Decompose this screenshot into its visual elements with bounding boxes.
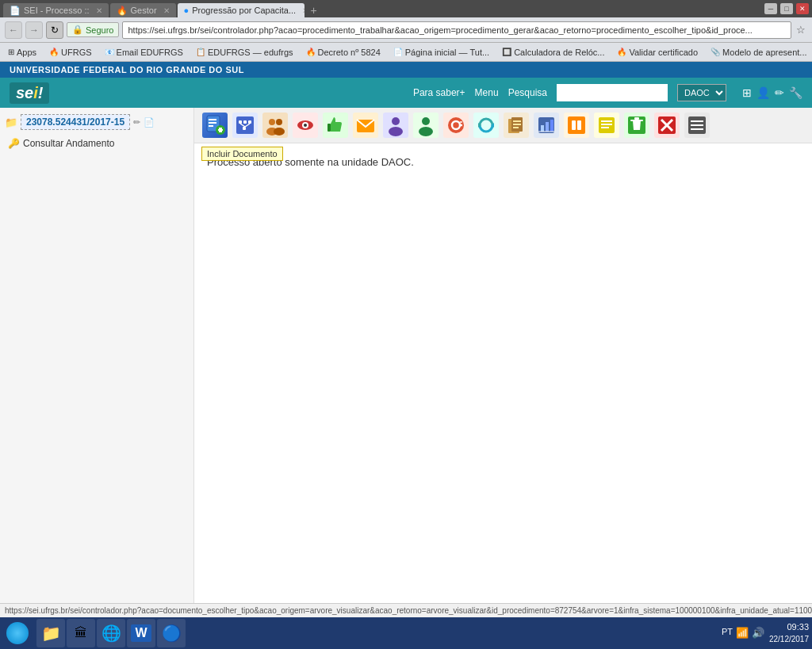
tab-label: Gestor <box>131 6 157 15</box>
svg-point-23 <box>392 117 400 125</box>
sei-toolbar: Incluir Documento <box>194 108 812 143</box>
arvore-btn[interactable] <box>231 111 259 139</box>
cancel-icon <box>656 114 678 136</box>
bookmark-modelo[interactable]: 📎 Modelo de apresent... <box>707 46 810 59</box>
process-number[interactable]: 23078.524431/2017-15 <box>21 114 130 130</box>
status-bar: https://sei.ufrgs.br/sei/controlador.php… <box>0 603 812 617</box>
enviar-btn[interactable] <box>351 111 380 139</box>
close-btn[interactable]: ✕ <box>796 3 809 14</box>
svg-point-24 <box>389 127 403 136</box>
process-doc-icon[interactable]: 📄 <box>144 117 155 128</box>
svg-rect-13 <box>243 127 246 130</box>
forward-btn[interactable]: → <box>25 21 43 39</box>
process-folder-icon: 📁 <box>5 116 17 128</box>
consult-key-icon: 🔑 <box>8 138 20 149</box>
bookmark-ufrgs[interactable]: 🔥 UFRGS <box>46 46 95 59</box>
svg-rect-49 <box>601 127 609 128</box>
svg-rect-36 <box>513 124 521 125</box>
taskbar-ufrgs-btn[interactable]: 🏛 <box>67 619 95 647</box>
documentos-btn[interactable] <box>502 111 530 139</box>
tools-icon[interactable]: 🔧 <box>789 86 802 99</box>
opcoes-btn[interactable] <box>683 111 711 139</box>
ciencia-icon <box>385 114 407 136</box>
taskbar-time-value: 09:33 <box>769 621 809 633</box>
comunicar-btn[interactable] <box>442 111 470 139</box>
grafico-btn[interactable] <box>532 111 561 139</box>
bookmark-star-icon[interactable]: ☆ <box>795 22 807 37</box>
excluir-btn[interactable] <box>622 111 651 139</box>
tab-gestor[interactable]: 🔥 Gestor ✕ <box>110 3 176 17</box>
svg-rect-9 <box>243 120 247 124</box>
cancelar-btn[interactable] <box>653 111 681 139</box>
sei-body: Processo aberto somente na unidade DAOC. <box>194 143 812 603</box>
process-item[interactable]: 📁 23078.524431/2017-15 ✏ 📄 <box>5 114 189 130</box>
settings-icon[interactable]: ✏ <box>775 86 784 99</box>
grid-icon[interactable]: ⊞ <box>742 86 752 99</box>
reabrir-btn[interactable] <box>592 111 621 139</box>
svg-rect-58 <box>691 124 703 126</box>
pausar-btn[interactable] <box>562 111 591 139</box>
taskbar-start-btn[interactable] <box>3 619 32 647</box>
tab-progressao[interactable]: ● Progressão por Capacita... ✕ <box>178 3 304 17</box>
maximize-btn[interactable]: □ <box>780 3 793 14</box>
bookmark-label: Calculadora de Relóc... <box>514 48 604 57</box>
back-btn[interactable]: ← <box>5 21 22 39</box>
taskbar-word-btn[interactable]: W <box>127 619 155 647</box>
consult-andamento-item[interactable]: 🔑 Consultar Andamento <box>5 136 189 151</box>
pessoas-icon <box>264 114 286 136</box>
envelope-icon <box>354 114 377 136</box>
reload-btn[interactable]: ↻ <box>46 21 63 39</box>
taskbar-chrome-btn[interactable]: 🌐 <box>97 619 125 647</box>
tab-close-btn[interactable]: ✕ <box>96 6 102 15</box>
sei-unit-select[interactable]: DAOC <box>677 84 726 101</box>
taskbar-other-btn[interactable]: 🔵 <box>157 619 186 647</box>
tab-close-btn[interactable]: ✕ <box>163 6 170 15</box>
url-bar[interactable] <box>122 21 791 39</box>
svg-rect-57 <box>691 120 703 122</box>
duplicar-btn[interactable] <box>412 111 440 139</box>
bookmark-email[interactable]: 📧 Email EDUFRGS <box>102 46 186 59</box>
incluir-documento-btn[interactable]: Incluir Documento <box>201 111 229 139</box>
svg-rect-2 <box>209 122 216 124</box>
pagina-icon: 📄 <box>393 48 403 56</box>
svg-rect-40 <box>546 122 549 132</box>
bookmark-validar[interactable]: 🔥 Validar certificado <box>614 46 701 59</box>
relacionar-btn[interactable] <box>321 111 350 139</box>
process-edit-icon[interactable]: ✏ <box>133 117 140 128</box>
reabrir-icon <box>596 114 618 136</box>
svg-rect-43 <box>568 116 585 134</box>
svg-rect-8 <box>239 120 242 124</box>
sei-logo[interactable]: sei! <box>10 82 49 104</box>
decreto-icon: 🔥 <box>306 48 316 56</box>
svg-rect-1 <box>209 119 216 120</box>
taskbar-time: 09:33 22/12/2017 <box>769 621 809 644</box>
sei-search-input[interactable] <box>557 84 668 101</box>
folder-app-icon: 📁 <box>41 624 61 643</box>
ciencia-btn[interactable] <box>381 111 410 139</box>
bookmark-pagina[interactable]: 📄 Página inicial — Tut... <box>390 46 492 59</box>
acompanhar-btn[interactable] <box>291 111 320 139</box>
tab-close-btn[interactable]: ✕ <box>302 6 304 15</box>
atualizar-btn[interactable] <box>472 111 500 139</box>
user-icon[interactable]: 👤 <box>756 86 770 99</box>
minimize-btn[interactable]: ─ <box>764 3 777 14</box>
taskbar-network-icon: 📶 <box>736 627 749 639</box>
bookmark-decreto[interactable]: 🔥 Decreto nº 5824 <box>303 46 384 59</box>
para-saber-link[interactable]: Para saber+ <box>413 87 465 98</box>
olho-icon <box>294 114 316 136</box>
bookmark-apps[interactable]: ⊞ Apps <box>5 46 40 59</box>
consultar-processo-btn[interactable] <box>261 111 289 139</box>
bookmark-edufrgs[interactable]: 📋 EDUFRGS — edufrgs <box>193 46 297 59</box>
taskbar-folder-btn[interactable]: 📁 <box>36 619 65 647</box>
svg-rect-48 <box>601 124 612 125</box>
new-tab-btn[interactable]: + <box>306 3 322 17</box>
svg-rect-47 <box>601 120 612 122</box>
svg-rect-44 <box>572 120 576 130</box>
svg-rect-6 <box>218 129 223 131</box>
tab-sei-processo[interactable]: 📄 SEI - Processo :: ✕ <box>3 3 109 17</box>
chart-icon <box>535 114 557 136</box>
svg-rect-51 <box>630 120 643 121</box>
bookmark-label: Decreto nº 5824 <box>318 48 381 57</box>
menu-link[interactable]: Menu <box>475 87 499 98</box>
bookmark-calculadora[interactable]: 🔲 Calculadora de Relóc... <box>499 46 607 59</box>
